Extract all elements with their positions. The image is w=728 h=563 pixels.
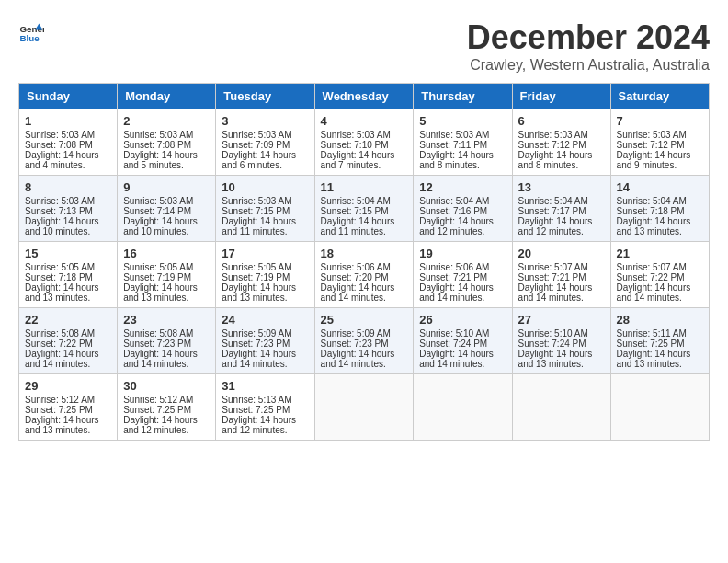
sunset-text: Sunset: 7:18 PM [617,206,685,216]
sunset-text: Sunset: 7:24 PM [518,339,586,349]
day-number: 21 [617,247,703,260]
day-number: 29 [25,379,111,393]
day-number: 12 [419,180,506,194]
calendar-header-row: SundayMondayTuesdayWednesdayThursdayFrid… [19,84,710,109]
sunset-text: Sunset: 7:11 PM [419,140,487,150]
sunrise-text: Sunrise: 5:05 AM [123,262,193,272]
calendar: SundayMondayTuesdayWednesdayThursdayFrid… [18,83,710,441]
header-saturday: Saturday [610,84,709,109]
daylight-text: Daylight: 14 hours and 5 minutes. [123,150,198,170]
header-wednesday: Wednesday [314,84,414,109]
calendar-cell: 8Sunrise: 5:03 AMSunset: 7:13 PMDaylight… [19,176,118,242]
calendar-cell: 10Sunrise: 5:03 AMSunset: 7:15 PMDayligh… [216,176,314,242]
month-title: December 2024 [467,18,710,57]
sunrise-text: Sunrise: 5:03 AM [123,196,193,206]
day-number: 3 [222,114,308,128]
sunset-text: Sunset: 7:16 PM [419,206,487,216]
sunset-text: Sunset: 7:23 PM [321,339,389,349]
daylight-text: Daylight: 14 hours and 13 minutes. [25,415,99,435]
day-number: 16 [123,247,210,260]
calendar-cell: 28Sunrise: 5:11 AMSunset: 7:25 PMDayligh… [610,308,709,374]
calendar-cell: 29Sunrise: 5:12 AMSunset: 7:25 PMDayligh… [19,374,118,441]
daylight-text: Daylight: 14 hours and 14 minutes. [321,282,395,303]
calendar-cell: 20Sunrise: 5:07 AMSunset: 7:21 PMDayligh… [512,242,610,308]
calendar-cell: 14Sunrise: 5:04 AMSunset: 7:18 PMDayligh… [610,176,709,242]
sunrise-text: Sunrise: 5:05 AM [222,262,291,272]
day-number: 30 [123,379,210,393]
sunrise-text: Sunrise: 5:08 AM [25,328,95,339]
sunset-text: Sunset: 7:25 PM [25,405,93,415]
daylight-text: Daylight: 14 hours and 11 minutes. [222,216,296,236]
calendar-cell: 26Sunrise: 5:10 AMSunset: 7:24 PMDayligh… [414,308,512,374]
sunrise-text: Sunrise: 5:05 AM [25,262,95,272]
daylight-text: Daylight: 14 hours and 12 minutes. [518,216,593,236]
day-number: 20 [518,247,605,260]
header-monday: Monday [118,84,216,109]
daylight-text: Daylight: 14 hours and 8 minutes. [518,150,593,170]
sunrise-text: Sunrise: 5:11 AM [617,328,687,339]
daylight-text: Daylight: 14 hours and 6 minutes. [222,150,296,170]
daylight-text: Daylight: 14 hours and 8 minutes. [419,150,494,170]
sunrise-text: Sunrise: 5:06 AM [321,262,391,272]
calendar-cell: 23Sunrise: 5:08 AMSunset: 7:23 PMDayligh… [118,308,216,374]
day-number: 9 [123,180,210,194]
day-number: 25 [321,313,408,327]
calendar-cell: 6Sunrise: 5:03 AMSunset: 7:12 PMDaylight… [512,109,610,176]
calendar-week-row: 29Sunrise: 5:12 AMSunset: 7:25 PMDayligh… [19,374,710,441]
day-number: 28 [617,313,703,327]
day-number: 31 [222,379,308,393]
daylight-text: Daylight: 14 hours and 13 minutes. [518,349,593,369]
daylight-text: Daylight: 14 hours and 14 minutes. [222,349,296,369]
sunrise-text: Sunrise: 5:04 AM [419,196,489,206]
sunset-text: Sunset: 7:15 PM [222,206,290,216]
day-number: 8 [25,180,111,194]
sunset-text: Sunset: 7:25 PM [222,405,290,415]
sunset-text: Sunset: 7:23 PM [222,339,290,349]
sunrise-text: Sunrise: 5:03 AM [419,130,489,140]
logo-icon: General Blue [18,18,44,44]
day-number: 2 [123,114,210,128]
day-number: 7 [617,114,703,128]
calendar-cell: 1Sunrise: 5:03 AMSunset: 7:08 PMDaylight… [19,109,118,176]
sunset-text: Sunset: 7:21 PM [419,272,487,282]
calendar-cell: 2Sunrise: 5:03 AMSunset: 7:08 PMDaylight… [118,109,216,176]
calendar-week-row: 22Sunrise: 5:08 AMSunset: 7:22 PMDayligh… [19,308,710,374]
calendar-cell: 11Sunrise: 5:04 AMSunset: 7:15 PMDayligh… [314,176,414,242]
daylight-text: Daylight: 14 hours and 13 minutes. [25,282,99,303]
calendar-week-row: 15Sunrise: 5:05 AMSunset: 7:18 PMDayligh… [19,242,710,308]
day-number: 5 [419,114,506,128]
calendar-cell: 31Sunrise: 5:13 AMSunset: 7:25 PMDayligh… [216,374,314,441]
sunset-text: Sunset: 7:15 PM [321,206,389,216]
sunrise-text: Sunrise: 5:03 AM [25,196,95,206]
header-thursday: Thursday [414,84,512,109]
svg-text:Blue: Blue [19,33,40,43]
sunrise-text: Sunrise: 5:08 AM [123,328,193,339]
daylight-text: Daylight: 14 hours and 12 minutes. [419,216,494,236]
day-number: 11 [321,180,408,194]
sunset-text: Sunset: 7:21 PM [518,272,586,282]
calendar-cell: 25Sunrise: 5:09 AMSunset: 7:23 PMDayligh… [314,308,414,374]
calendar-cell [512,374,610,441]
title-area: December 2024 Crawley, Western Australia… [467,18,710,74]
logo: General Blue [18,18,44,44]
sunset-text: Sunset: 7:20 PM [321,272,389,282]
daylight-text: Daylight: 14 hours and 14 minutes. [518,282,593,303]
daylight-text: Daylight: 14 hours and 14 minutes. [321,349,395,369]
sunrise-text: Sunrise: 5:03 AM [321,130,391,140]
day-number: 24 [222,313,308,327]
sunrise-text: Sunrise: 5:09 AM [222,328,291,339]
day-number: 26 [419,313,506,327]
header-friday: Friday [512,84,610,109]
day-number: 17 [222,247,308,260]
calendar-cell: 30Sunrise: 5:12 AMSunset: 7:25 PMDayligh… [118,374,216,441]
calendar-cell: 18Sunrise: 5:06 AMSunset: 7:20 PMDayligh… [314,242,414,308]
calendar-cell: 9Sunrise: 5:03 AMSunset: 7:14 PMDaylight… [118,176,216,242]
sunrise-text: Sunrise: 5:03 AM [617,130,687,140]
sunrise-text: Sunrise: 5:03 AM [25,130,95,140]
daylight-text: Daylight: 14 hours and 12 minutes. [123,415,198,435]
calendar-cell: 5Sunrise: 5:03 AMSunset: 7:11 PMDaylight… [414,109,512,176]
day-number: 10 [222,180,308,194]
calendar-cell [414,374,512,441]
calendar-cell: 27Sunrise: 5:10 AMSunset: 7:24 PMDayligh… [512,308,610,374]
day-number: 6 [518,114,605,128]
